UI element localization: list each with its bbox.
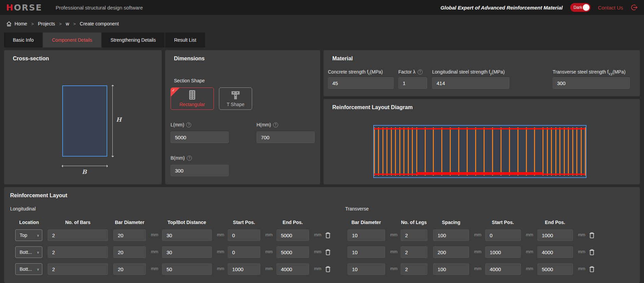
delete-row-icon[interactable] xyxy=(589,266,595,272)
tab-basic-info[interactable]: Basic Info xyxy=(4,33,42,47)
t-end-pos-input[interactable] xyxy=(537,246,573,258)
tab-strengthening-details[interactable]: Strengthening Details xyxy=(102,33,165,47)
spacing-input[interactable] xyxy=(433,246,469,258)
no-of-legs-input[interactable] xyxy=(401,229,427,241)
col-header-end-pos: End Pos. xyxy=(283,220,303,225)
col-header-start-pos: Start Pos. xyxy=(233,220,255,225)
transverse-steel-label: Transverse steel strength fv,y(MPa) xyxy=(553,69,625,76)
logo-rest: ORSE xyxy=(14,3,42,13)
t-start-pos-input[interactable] xyxy=(485,246,521,258)
chevron-down-icon: ∨ xyxy=(37,234,39,237)
t-bar-diameter-input[interactable] xyxy=(348,246,385,258)
breadcrumb-current: Create component xyxy=(80,21,119,26)
longitudinal-steel-input[interactable] xyxy=(432,77,509,89)
delete-row-icon[interactable] xyxy=(325,232,331,239)
location-select[interactable]: Bott...∨ xyxy=(15,246,42,258)
col-header-bar-diameter: Bar Diameter xyxy=(115,220,144,225)
section-shape-label: Section Shape xyxy=(174,78,205,83)
reinforcement-layout-title: Reinforcement Layout xyxy=(10,193,67,199)
help-icon[interactable]: ? xyxy=(273,122,278,127)
col-header-t-start-pos: Start Pos. xyxy=(492,220,514,225)
theme-toggle[interactable]: Dark xyxy=(570,3,591,12)
location-select[interactable]: Top∨ xyxy=(15,229,42,241)
col-header-location: Location xyxy=(19,220,39,225)
no-of-legs-input[interactable] xyxy=(401,246,427,258)
no-of-bars-input[interactable] xyxy=(48,263,108,275)
theme-toggle-knob xyxy=(583,4,590,11)
start-pos-input[interactable] xyxy=(228,263,260,275)
bar-diameter-input[interactable] xyxy=(113,263,146,275)
width-dimension-label: B xyxy=(82,168,87,175)
start-pos-input[interactable] xyxy=(228,229,260,241)
beam-canvas xyxy=(373,125,586,178)
t-end-pos-input[interactable] xyxy=(537,229,573,241)
tab-result-list[interactable]: Result List xyxy=(165,33,205,47)
col-header-t-end-pos: End Pos. xyxy=(545,220,565,225)
transverse-group-label: Transverse xyxy=(345,206,369,211)
cross-section-title: Cross-section xyxy=(13,56,49,62)
no-of-legs-input[interactable] xyxy=(401,263,427,275)
no-of-bars-input[interactable] xyxy=(48,229,108,241)
t-start-pos-input[interactable] xyxy=(485,263,521,275)
no-of-bars-input[interactable] xyxy=(48,246,108,258)
location-select[interactable]: Bott...∨ xyxy=(15,263,42,275)
spacing-input[interactable] xyxy=(433,263,469,275)
topbot-distance-input[interactable] xyxy=(162,229,212,241)
longitudinal-steel-label: Longitudinal steel strength fy(MPa) xyxy=(432,69,505,76)
factor-lambda-input[interactable] xyxy=(398,77,427,89)
t-bar-diameter-input[interactable] xyxy=(348,229,385,241)
tab-bar: Basic Info Component Details Strengtheni… xyxy=(4,33,205,47)
contact-us-link[interactable]: Contact Us xyxy=(598,5,623,11)
transverse-steel-input[interactable] xyxy=(553,77,630,89)
l-input[interactable] xyxy=(171,132,229,143)
breadcrumb-project-name[interactable]: w xyxy=(66,21,69,26)
reinforcement-layout-panel: Reinforcement Layout Longitudinal Transv… xyxy=(4,187,640,283)
delete-row-icon[interactable] xyxy=(589,249,595,256)
t-end-pos-input[interactable] xyxy=(537,263,573,275)
l-field-label: L(mm) ? xyxy=(171,122,191,127)
material-title: Material xyxy=(332,56,353,62)
shape-label-t-shape: T Shape xyxy=(227,102,245,107)
height-dimension-label: H xyxy=(116,116,121,123)
end-pos-input[interactable] xyxy=(276,246,309,258)
b-input[interactable] xyxy=(171,165,229,176)
t-bar-diameter-input[interactable] xyxy=(348,263,385,275)
rectangular-shape-icon xyxy=(188,90,196,100)
delete-row-icon[interactable] xyxy=(589,232,595,239)
top-header: HORSE Professional structural design sof… xyxy=(0,0,644,15)
t-shape-icon xyxy=(230,90,241,100)
bar-diameter-input[interactable] xyxy=(113,229,146,241)
reinforcement-diagram-title: Reinforcement Layout Diagram xyxy=(332,104,413,110)
start-pos-input[interactable] xyxy=(228,246,260,258)
topbot-distance-input[interactable] xyxy=(162,263,212,275)
breadcrumb-home[interactable]: Home xyxy=(15,21,27,26)
help-icon[interactable]: ? xyxy=(186,122,191,127)
home-icon[interactable] xyxy=(6,21,12,27)
col-header-no-of-legs: No. of Legs xyxy=(401,220,427,225)
help-icon[interactable]: ? xyxy=(187,156,192,161)
h-input[interactable] xyxy=(257,132,315,143)
topbot-distance-input[interactable] xyxy=(162,246,212,258)
concrete-strength-label: Concrete strength fc(MPa) xyxy=(328,69,383,76)
delete-row-icon[interactable] xyxy=(325,249,331,256)
end-pos-input[interactable] xyxy=(276,229,309,241)
breadcrumb-projects[interactable]: Projects xyxy=(38,21,55,26)
reinforcement-diagram-panel: Reinforcement Layout Diagram xyxy=(324,99,640,184)
help-icon[interactable]: ? xyxy=(418,69,423,75)
col-header-no-of-bars: No. of Bars xyxy=(65,220,91,225)
shape-card-rectangular[interactable]: ✓ Rectangular xyxy=(171,87,214,110)
delete-row-icon[interactable] xyxy=(325,266,331,272)
tab-component-details[interactable]: Component Details xyxy=(43,33,101,47)
end-pos-input[interactable] xyxy=(276,263,309,275)
col-header-spacing: Spacing xyxy=(442,220,460,225)
logout-icon[interactable] xyxy=(630,4,638,11)
t-start-pos-input[interactable] xyxy=(485,229,521,241)
concrete-strength-input[interactable] xyxy=(328,77,394,89)
spacing-input[interactable] xyxy=(433,229,469,241)
reinforcement-row: Top∨ mm mm mm mm mm mm mm mm xyxy=(4,229,640,242)
horse-logo: HORSE xyxy=(6,3,42,13)
cross-section-panel: Cross-section H B xyxy=(4,50,162,184)
factor-lambda-label: Factor λ ? xyxy=(398,69,423,75)
shape-card-t-shape[interactable]: T Shape xyxy=(219,87,252,110)
bar-diameter-input[interactable] xyxy=(113,246,146,258)
